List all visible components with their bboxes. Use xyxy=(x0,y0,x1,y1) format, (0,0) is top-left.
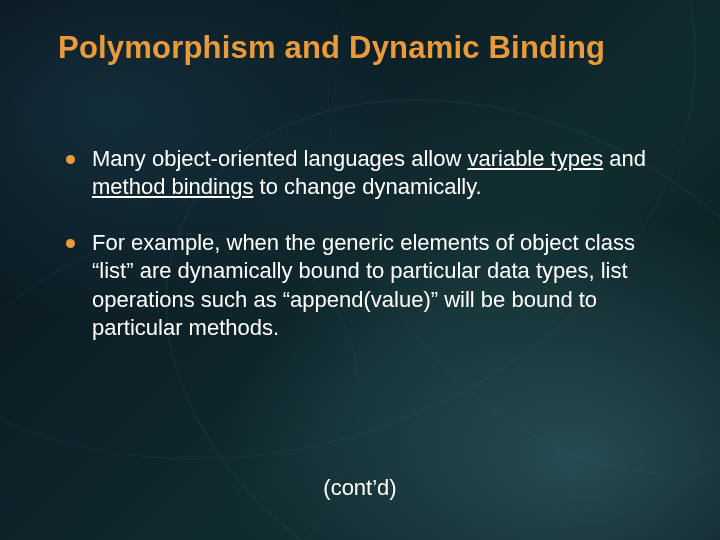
text-fragment: Many object-oriented languages allow xyxy=(92,146,467,171)
text-fragment: and xyxy=(603,146,646,171)
slide: Polymorphism and Dynamic Binding Many ob… xyxy=(0,0,720,540)
slide-body: Many object-oriented languages allow var… xyxy=(60,145,660,370)
bullet-list: Many object-oriented languages allow var… xyxy=(60,145,660,342)
slide-title: Polymorphism and Dynamic Binding xyxy=(58,30,605,66)
underlined-text: variable types xyxy=(467,146,603,171)
text-fragment: to change dynamically. xyxy=(253,174,481,199)
continued-indicator: (cont’d) xyxy=(0,475,720,501)
bullet-item: Many object-oriented languages allow var… xyxy=(60,145,660,201)
bullet-item: For example, when the generic elements o… xyxy=(60,229,660,342)
underlined-text: method bindings xyxy=(92,174,253,199)
